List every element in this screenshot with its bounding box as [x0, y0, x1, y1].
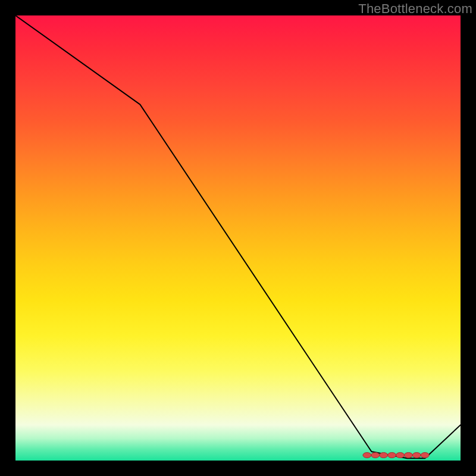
marker-dot: [396, 453, 405, 458]
marker-dot: [412, 453, 421, 458]
marker-dot: [380, 453, 388, 458]
marker-dot: [404, 453, 412, 458]
chart-frame: TheBottleneck.com: [0, 0, 476, 476]
marker-dot: [371, 453, 380, 458]
watermark-label: TheBottleneck.com: [358, 1, 472, 17]
marker-dot: [421, 453, 429, 458]
plot-area: [15, 15, 461, 461]
marker-dot: [363, 453, 371, 458]
chart-svg: [15, 15, 461, 461]
bottleneck-curve: [15, 15, 461, 458]
marker-cluster: [363, 453, 429, 458]
marker-dot: [388, 453, 396, 458]
